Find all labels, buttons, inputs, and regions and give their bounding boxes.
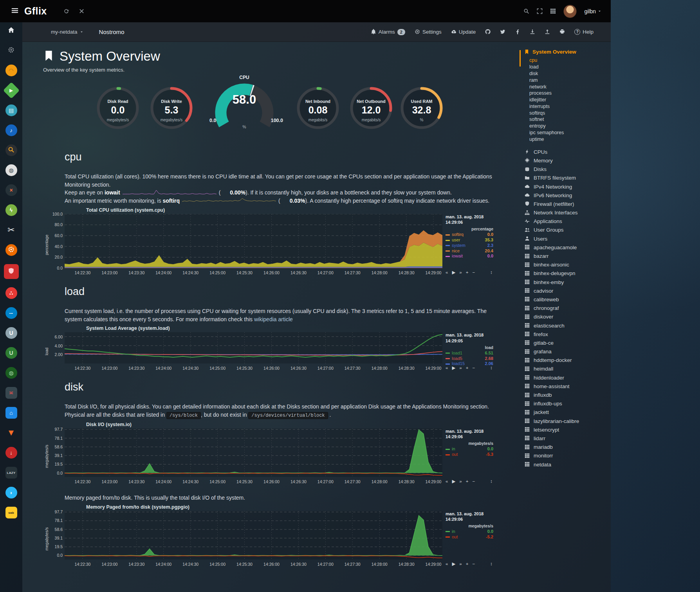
chart-pan-left-button[interactable]: «: [446, 479, 448, 484]
sabnzbd-icon[interactable]: sab: [0, 507, 22, 518]
chart-play-button[interactable]: ▶: [452, 479, 455, 484]
fullscreen-icon[interactable]: [537, 8, 543, 14]
settings-button[interactable]: Settings: [415, 29, 442, 35]
shield-app-icon[interactable]: [0, 264, 22, 279]
menu-sub-uptime[interactable]: uptime: [524, 136, 610, 142]
user-menu[interactable]: gilbn: [584, 8, 601, 14]
menu-app-lazylibrarian-calibre[interactable]: lazylibrarian-calibre: [524, 417, 610, 425]
chart-pan-left-button[interactable]: «: [446, 561, 448, 566]
chart-zoom-in-button[interactable]: +: [466, 561, 469, 566]
menu-app-grafana[interactable]: grafana: [524, 347, 610, 356]
chart-resize-handle[interactable]: ↕: [490, 479, 493, 484]
chart-zoom-out-button[interactable]: −: [472, 479, 475, 484]
app-shortcut-icon[interactable]: ∴: [0, 287, 22, 299]
gauge-disk-write[interactable]: Disk Write5.3megabytes/s: [146, 85, 197, 137]
chart-plot-area[interactable]: 14:22:3014:23:0014:23:3014:24:0014:24:30…: [65, 332, 442, 371]
chart-zoom-out-button[interactable]: −: [472, 365, 475, 370]
menu-sub-ram[interactable]: ram: [524, 77, 610, 83]
menu-sub-softnet[interactable]: softnet: [524, 116, 610, 123]
app-shortcut-icon[interactable]: ◍: [0, 367, 22, 379]
menu-section-firewall-netfilter[interactable]: Firewall (netfilter): [524, 200, 610, 208]
menu-section-memory[interactable]: Memory: [524, 156, 610, 165]
legend-item-softirq[interactable]: softirq0.0: [446, 232, 493, 238]
monitorr-icon[interactable]: [0, 244, 22, 256]
menu-section-btrfs-filesystem[interactable]: BTRFS filesystem: [524, 174, 610, 182]
menu-section-network-interfaces[interactable]: Network Interfaces: [524, 208, 610, 217]
legend-item-out[interactable]: out-5.2: [446, 534, 493, 540]
menu-app-home-assistant[interactable]: home-assistant: [524, 382, 610, 390]
search-icon[interactable]: [523, 8, 529, 14]
menu-app-mariadb[interactable]: mariadb: [524, 443, 610, 452]
chart-resize-handle[interactable]: ↕: [490, 270, 493, 275]
chart-pan-left-button[interactable]: «: [446, 365, 448, 370]
chart-play-button[interactable]: ▶: [452, 270, 455, 275]
chart-plot-area[interactable]: 14:22:3014:23:0014:23:3014:24:0014:24:30…: [65, 428, 442, 484]
menu-app-influxdb-ups[interactable]: influxdb-ups: [524, 399, 610, 408]
gauge-net-inbound[interactable]: Net Inbound0.08megabits/s: [292, 85, 343, 137]
app-shortcut-icon[interactable]: ◍: [0, 164, 22, 176]
chart-plot-area[interactable]: 14:22:3014:23:0014:23:3014:24:0014:24:30…: [65, 214, 442, 275]
menu-section-disks[interactable]: Disks: [524, 165, 610, 174]
emby-icon[interactable]: ▶: [0, 85, 22, 96]
chart-pan-right-button[interactable]: »: [459, 270, 462, 275]
menu-section-ipv4-networking[interactable]: IPv4 Networking: [524, 182, 610, 191]
chart-resize-handle[interactable]: ↕: [490, 561, 493, 566]
chart-pan-right-button[interactable]: »: [459, 479, 462, 484]
chart-plot-area[interactable]: 14:22:3014:23:0014:23:3014:24:0014:24:30…: [65, 511, 442, 567]
menu-sub-network[interactable]: network: [524, 83, 610, 90]
menu-app-monitorr[interactable]: monitorr: [524, 452, 610, 460]
menu-app-lidarr[interactable]: lidarr: [524, 434, 610, 443]
menu-app-hddtemp-docker[interactable]: hddtemp-docker: [524, 356, 610, 365]
close-icon[interactable]: [79, 8, 85, 14]
menu-section-ipv6-networking[interactable]: IPv6 Networking: [524, 191, 610, 200]
gauge-disk-read[interactable]: Disk Read0.0megabytes/s: [92, 85, 143, 137]
home-icon[interactable]: [0, 25, 22, 36]
legend-item-user[interactable]: user35.3: [446, 238, 493, 243]
chart-resize-handle[interactable]: ↕: [490, 365, 493, 370]
wikipedia-link[interactable]: wikipedia article: [254, 316, 293, 322]
app-shortcut-icon[interactable]: ≍: [0, 387, 22, 399]
menu-app-jackett[interactable]: jackett: [524, 408, 610, 417]
github-button[interactable]: [485, 29, 491, 35]
menu-app-binhex-airsonic[interactable]: binhex-airsonic: [524, 261, 610, 269]
nextcloud-icon[interactable]: •••: [0, 307, 22, 319]
refresh-icon[interactable]: [63, 8, 69, 14]
chart-zoom-in-button[interactable]: +: [466, 270, 469, 275]
menu-app-netdata[interactable]: netdata: [524, 460, 610, 469]
hamburger-menu-icon[interactable]: [11, 7, 19, 16]
airsonic-icon[interactable]: ♪: [0, 124, 22, 136]
chart-play-button[interactable]: ▶: [452, 365, 455, 371]
menu-app-heimdall[interactable]: heimdall: [524, 365, 610, 373]
menu-sub-entropy[interactable]: entropy: [524, 123, 610, 130]
app-shortcut-icon[interactable]: ◠: [0, 65, 22, 76]
softirq-sparkline[interactable]: [182, 197, 276, 205]
menu-sub-ipc-semaphores[interactable]: ipc semaphores: [524, 130, 610, 136]
menu-app-apacheguacamole[interactable]: apacheguacamole: [524, 243, 610, 252]
alarms-button[interactable]: Alarms 2: [371, 29, 405, 35]
chart-zoom-in-button[interactable]: +: [466, 479, 469, 484]
menu-app-gitlab-ce[interactable]: gitlab-ce: [524, 338, 610, 347]
gauge-cpu[interactable]: CPU58.00.0100.0%: [203, 75, 285, 137]
app-shortcut-icon[interactable]: ▤: [0, 104, 22, 116]
twitter-button[interactable]: [500, 29, 505, 35]
menu-app-hiddenloader[interactable]: hiddenloader: [524, 373, 610, 382]
menu-section-user-groups[interactable]: User Groups: [524, 226, 610, 234]
chart-zoom-out-button[interactable]: −: [472, 561, 475, 566]
menu-app-calibreweb[interactable]: calibreweb: [524, 295, 610, 304]
legend-item-system[interactable]: system2.3: [446, 243, 493, 248]
legend-item-load1[interactable]: load16.51: [446, 351, 493, 356]
help-button[interactable]: ? Help: [574, 29, 594, 35]
gauge-net-outbound[interactable]: Net Outbound12.0megabits/s: [346, 85, 397, 137]
app-shortcut-icon[interactable]: U: [0, 347, 22, 359]
chart-zoom-in-button[interactable]: +: [466, 365, 469, 370]
app-shortcut-icon[interactable]: ϟ: [0, 204, 22, 216]
chart-pan-right-button[interactable]: »: [459, 561, 462, 566]
legend-item-out[interactable]: out-5.3: [446, 452, 493, 457]
menu-section-applications[interactable]: Applications: [524, 217, 610, 226]
menu-sub-interrupts[interactable]: interrupts: [524, 103, 610, 110]
lazylibrarian-icon[interactable]: LAZY: [0, 467, 22, 479]
menu-system-overview[interactable]: System Overview: [524, 49, 610, 55]
menu-sub-idlejitter[interactable]: idlejitter: [524, 97, 610, 103]
app-shortcut-icon[interactable]: ↓: [0, 447, 22, 459]
menu-app-binhex-delugevpn[interactable]: binhex-delugevpn: [524, 269, 610, 278]
